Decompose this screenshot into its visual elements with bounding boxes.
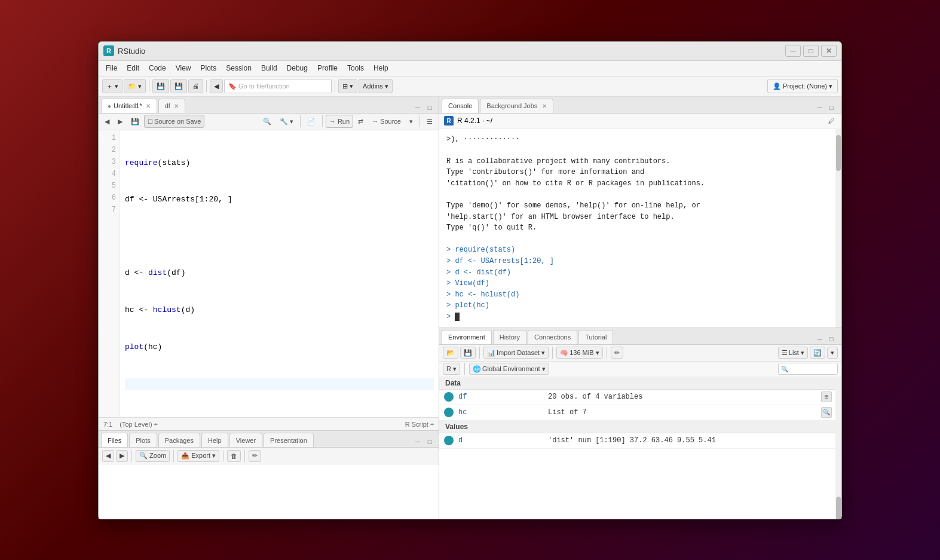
console-tabs: Console Background Jobs ✕ ─ □: [439, 97, 841, 114]
console-output[interactable]: >), ············· R is a collaborative p…: [439, 129, 841, 328]
zoom-btn[interactable]: 🔍 Zoom: [136, 450, 170, 462]
close-button[interactable]: ✕: [821, 45, 837, 57]
collapse-env-button[interactable]: ─: [815, 333, 825, 344]
df-value: 20 obs. of 4 variables: [542, 393, 821, 401]
menu-help[interactable]: Help: [369, 63, 393, 74]
tab-tutorial[interactable]: Tutorial: [578, 330, 613, 344]
editor-save-button[interactable]: 💾: [127, 115, 143, 128]
save-all-button[interactable]: 💾: [170, 79, 187, 93]
find-button[interactable]: 🔍: [259, 115, 275, 128]
goto-file-input[interactable]: 🔖 Go to file/function: [224, 79, 332, 93]
tab-history[interactable]: History: [493, 330, 526, 344]
source-dropdown-button[interactable]: ▾: [406, 115, 417, 128]
hc-search-btn[interactable]: 🔍: [821, 407, 832, 418]
expand-env-button[interactable]: □: [826, 333, 837, 344]
values-section-header: Values: [439, 421, 835, 433]
tab-presentation[interactable]: Presentation: [264, 433, 314, 447]
tab-help[interactable]: Help: [201, 433, 228, 447]
forward-btn[interactable]: ▶: [116, 450, 128, 462]
tab-plots[interactable]: Plots: [129, 433, 157, 447]
environment-pane: Environment History Connections Tutorial…: [439, 328, 841, 519]
env-search-input[interactable]: 🔍: [778, 363, 838, 375]
clear-objects-button[interactable]: ✏: [611, 347, 623, 359]
env-row-d[interactable]: d 'dist' num [1:190] 37.2 63.46 9.55 5.4…: [439, 433, 835, 449]
menu-build[interactable]: Build: [256, 63, 282, 74]
minimize-button[interactable]: ─: [785, 45, 801, 57]
navigate-back-button[interactable]: ◀: [210, 79, 223, 93]
tab-background-jobs[interactable]: Background Jobs ✕: [480, 99, 553, 113]
menu-session[interactable]: Session: [221, 63, 256, 74]
import-dataset-button[interactable]: 📊 Import Dataset ▾: [483, 347, 549, 359]
menu-plots[interactable]: Plots: [196, 63, 222, 74]
collapse-lower-button[interactable]: ─: [412, 436, 423, 447]
print-button[interactable]: 🖨: [188, 79, 203, 93]
menu-debug[interactable]: Debug: [282, 63, 313, 74]
compile-report-button[interactable]: 📄: [304, 115, 319, 128]
tab-files[interactable]: Files: [101, 433, 128, 447]
expand-editor-button[interactable]: □: [424, 102, 435, 113]
global-env-selector[interactable]: 🌐 Global Environment ▾: [469, 363, 549, 375]
close-background-jobs[interactable]: ✕: [542, 103, 547, 109]
df-grid-btn[interactable]: ⊞: [821, 391, 832, 402]
tab-packages[interactable]: Packages: [158, 433, 200, 447]
env-tabs: Environment History Connections Tutorial…: [439, 328, 841, 345]
run-previous-button[interactable]: ⇄: [354, 115, 367, 128]
data-section-header: Data: [439, 377, 835, 390]
code-line-4: d <- dist(df): [125, 268, 434, 280]
clear-console-button[interactable]: 🖊: [826, 115, 837, 126]
open-file-button[interactable]: 📁 ▾: [124, 79, 146, 93]
expand-lower-button[interactable]: □: [424, 436, 435, 447]
publish-btn[interactable]: ✏: [249, 450, 261, 462]
menu-code[interactable]: Code: [144, 63, 171, 74]
console-scrollbar-thumb[interactable]: [836, 135, 841, 171]
undo-button[interactable]: ◀: [101, 115, 113, 128]
menu-profile[interactable]: Profile: [313, 63, 342, 74]
tab-df[interactable]: df ✕: [158, 99, 185, 113]
expand-console-button[interactable]: □: [826, 102, 837, 113]
tab-viewer[interactable]: Viewer: [229, 433, 262, 447]
tab-untitled1[interactable]: ● Untitled1* ✕: [101, 99, 157, 113]
menu-view[interactable]: View: [171, 63, 196, 74]
source-button[interactable]: → Source: [368, 115, 405, 128]
list-view-button[interactable]: ☰ List ▾: [778, 347, 808, 359]
new-file-button[interactable]: ＋ ▾: [102, 79, 123, 93]
workspace-layout-button[interactable]: ⊞ ▾: [338, 79, 357, 93]
addins-button[interactable]: Addins ▾: [359, 79, 393, 93]
save-workspace-button[interactable]: 💾: [460, 347, 476, 359]
collapse-console-button[interactable]: ─: [815, 102, 825, 113]
run-button[interactable]: → Run: [326, 115, 353, 128]
close-tab-untitled1[interactable]: ✕: [146, 103, 151, 109]
back-btn[interactable]: ◀: [102, 450, 114, 462]
menu-edit[interactable]: Edit: [122, 63, 144, 74]
export-btn[interactable]: 📤 Export ▾: [177, 450, 219, 462]
collapse-editor-button[interactable]: ─: [412, 102, 423, 113]
refresh-button[interactable]: 🔄: [810, 347, 825, 359]
tab-environment[interactable]: Environment: [442, 330, 492, 344]
menu-tools[interactable]: Tools: [342, 63, 369, 74]
load-workspace-button[interactable]: 📂: [443, 347, 458, 359]
save-button[interactable]: 💾: [152, 79, 169, 93]
console-scrollbar[interactable]: [835, 129, 841, 328]
clear-btn[interactable]: 🗑: [227, 450, 241, 462]
source-on-save-checkbox[interactable]: ☐ Source on Save: [144, 115, 204, 128]
code-content[interactable]: require(stats) df <- USArrests[1:20, ] d…: [120, 130, 439, 418]
close-tab-df[interactable]: ✕: [174, 103, 179, 109]
env-toolbar2: R ▾ 🌐 Global Environment ▾ 🔍: [439, 362, 841, 377]
env-more-button[interactable]: ▾: [827, 347, 838, 359]
d-value: 'dist' num [1:190] 37.2 63.46 9.55 5.41: [542, 436, 835, 445]
env-row-df[interactable]: df 20 obs. of 4 variables ⊞: [439, 390, 835, 405]
memory-usage[interactable]: 🧠 136 MiB ▾: [556, 347, 602, 359]
menu-file[interactable]: File: [101, 63, 122, 74]
env-scrollbar-thumb[interactable]: [836, 497, 841, 519]
env-row-hc[interactable]: hc List of 7 🔍: [439, 405, 835, 421]
tab-connections[interactable]: Connections: [528, 330, 577, 344]
rstudio-window: R RStudio ─ □ ✕ File Edit Code View Plot…: [98, 41, 842, 519]
tab-console[interactable]: Console: [442, 99, 479, 113]
project-button[interactable]: 👤 Project: (None) ▾: [767, 79, 838, 93]
maximize-button[interactable]: □: [803, 45, 819, 57]
code-tools-button[interactable]: 🔧 ▾: [276, 115, 297, 128]
list-scripts-button[interactable]: ☰: [423, 115, 436, 128]
r-env-selector[interactable]: R ▾: [443, 363, 460, 375]
redo-button[interactable]: ▶: [114, 115, 126, 128]
env-scrollbar[interactable]: [835, 377, 841, 519]
